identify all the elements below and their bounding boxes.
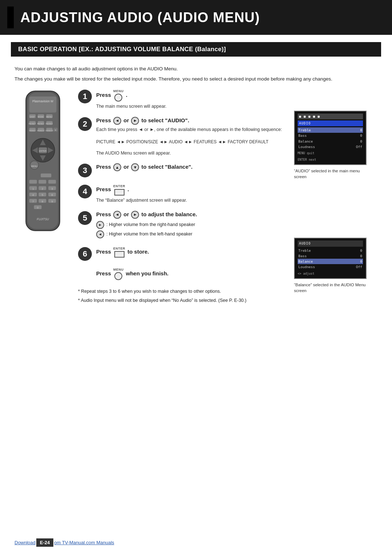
step-3-title: Press ▲ or ▼ to select "Balance". [96,163,290,171]
step-final: Press MENU when you finish. [78,267,290,282]
screen1-title: AUDIO [299,122,311,125]
screen1-hint-menu-text: MENU quit [298,151,314,155]
step-2-flow: PICTURE ◄► POSITION/SIZE ◄► AUDIO ◄► FEA… [96,138,290,146]
screen1-treble-label: Treble [298,127,311,133]
menu-label-above-1: MENU [113,89,124,94]
remote-image-container: Plasmavision W DISP MODE MENU RESET RESE [15,89,71,233]
notes-section: * Repeat steps 3 to 6 when you wish to m… [78,288,290,304]
svg-text:7: 7 [32,200,34,202]
page-badge: E-24 [36,538,53,547]
step-final-post: when you finish. [126,270,169,276]
svg-text:4: 4 [32,194,34,196]
screen1-tab-bar: ■ ■ ■ ■ ■ [298,114,363,119]
screen2-row-balance: Balance 0 [298,259,363,264]
svg-rect-34 [41,173,51,177]
screen2-row-loudness: Loudness Off [298,264,363,270]
step-6-title: Press ENTER to store. [96,246,290,258]
step-final-content: Press MENU when you finish. [96,267,290,282]
svg-text:0: 0 [37,206,38,209]
step-4-post: . [127,186,129,192]
screen1-caption: “AUDIO” selected in the main menu screen [294,168,367,180]
step-6-post: to store. [127,249,149,255]
screen2-mock: AUDIO Treble 0 Bass 0 Balance 0 [294,238,367,279]
screen2-row-bass: Bass 0 [298,253,363,259]
screenshots-column: ■ ■ ■ ■ ■ AUDIO Treble 0 Bass 0 Balance [290,89,377,306]
step-4-press-label: Press [96,186,111,192]
screen1-balance-label: Balance [298,139,313,144]
intro-line-2: The changes you make will be stored for … [15,75,377,83]
arrow-left-bullet: ◄ [96,230,104,238]
step-2-content: Press ◄ or ► to select "AUDIO". Each tim… [96,116,290,157]
step-1-title: Press MENU . [96,89,290,102]
menu-button-step1[interactable] [114,94,122,102]
step-2-title: Press ◄ or ► to select "AUDIO". [96,116,290,125]
content-area: You can make changes to all audio adjust… [0,65,392,306]
bullet-right-text: : Higher volume from the right-hand spea… [106,221,195,228]
step-6-content: Press ENTER to store. [96,246,290,259]
svg-text:3: 3 [51,187,53,190]
step-1: 1 Press MENU . The main menu screen will… [78,89,290,110]
enter-label-above-6: ENTER [113,246,125,251]
screen2-bass-value: 0 [360,253,362,259]
screen1-bass-label: Bass [298,133,307,138]
arrow-right-btn-step2[interactable]: ► [131,117,139,125]
menu-button-final-group: MENU [113,267,124,280]
svg-text:VIDEO: VIDEO [29,129,36,131]
footer-download-link[interactable]: Download [15,540,36,545]
step-5-post: to adjust the balance. [142,211,197,217]
step-1-period: . [126,91,127,98]
page-title: ADJUSTING AUDIO (AUDIO MENU) [20,10,260,25]
step-2-desc-line1: Each time you press ◄ or ►, one of the a… [96,126,290,133]
step-number-6: 6 [78,247,92,261]
screen2-header: AUDIO [298,241,363,246]
title-accent-bar [7,7,14,28]
svg-text:MODE: MODE [37,116,44,118]
footer-bar: Download E-24 om TV-Manual.com Manuals [0,538,392,547]
screen1-bass-value: 0 [360,133,362,138]
svg-text:9: 9 [51,200,53,202]
screen2-area: AUDIO Treble 0 Bass 0 Balance 0 [294,238,377,294]
screen1-hint-enter: ENTER next [298,157,363,163]
step-5-or: or [123,211,130,217]
step-5-bullets: ► : Higher volume from the right-hand sp… [96,221,290,238]
arrow-left-btn-step2[interactable]: ◄ [113,117,121,125]
step-4: 4 Press ENTER . The “Balance” adjustment… [78,184,290,204]
menu-button-final[interactable] [114,272,122,280]
menu-button-step1-group: MENU [113,89,124,102]
step-5-title: Press ◄ or ► to adjust the balance. [96,210,290,219]
step-1-press-label: Press [96,91,111,98]
step-2-press-label: Press [96,117,111,123]
svg-text:Plasmavision W: Plasmavision W [32,100,53,103]
menu-label-above-final: MENU [113,267,124,272]
step-3-press-label: Press [96,164,111,170]
arrow-up-btn-step3[interactable]: ▲ [113,163,121,171]
step-1-desc: The main menu screen will appear. [96,103,290,110]
svg-text:8: 8 [41,200,43,202]
enter-button-step4[interactable] [114,189,124,196]
step-number-5: 5 [78,211,92,225]
arrow-right-btn-step5[interactable]: ► [131,211,139,219]
enter-button-step6-group: ENTER [113,246,125,258]
steps-column: 1 Press MENU . The main menu screen will… [71,89,290,306]
screen1-tab-label: ■ ■ ■ ■ ■ [299,115,320,118]
screen2-hint: <> adjust [298,271,363,276]
screen2-treble-value: 0 [360,248,362,253]
step-5-press-label: Press [96,211,111,217]
arrow-right-bullet: ► [96,221,104,229]
enter-button-step4-group: ENTER [113,184,125,196]
arrow-down-btn-step3[interactable]: ▼ [131,163,139,171]
step-2-desc2: The AUDIO Menu screen will appear. [96,150,290,157]
screen1-balance-value: 0 [360,139,362,144]
step-5-content: Press ◄ or ► to adjust the balance. ► : … [96,210,290,240]
bullet-right-speaker: ► : Higher volume from the right-hand sp… [96,221,290,229]
screen1-area: ■ ■ ■ ■ ■ AUDIO Treble 0 Bass 0 Balance [294,111,377,180]
enter-label-above-4: ENTER [113,184,125,189]
svg-text:VIDEO2: VIDEO2 [37,129,44,131]
step-number-1: 1 [78,90,92,103]
svg-text:MENU: MENU [46,116,52,118]
enter-button-step6[interactable] [114,251,124,258]
arrow-left-btn-step5[interactable]: ◄ [113,211,121,219]
svg-rect-2 [29,96,56,112]
svg-text:1: 1 [32,187,34,190]
step-number-4: 4 [78,185,92,198]
